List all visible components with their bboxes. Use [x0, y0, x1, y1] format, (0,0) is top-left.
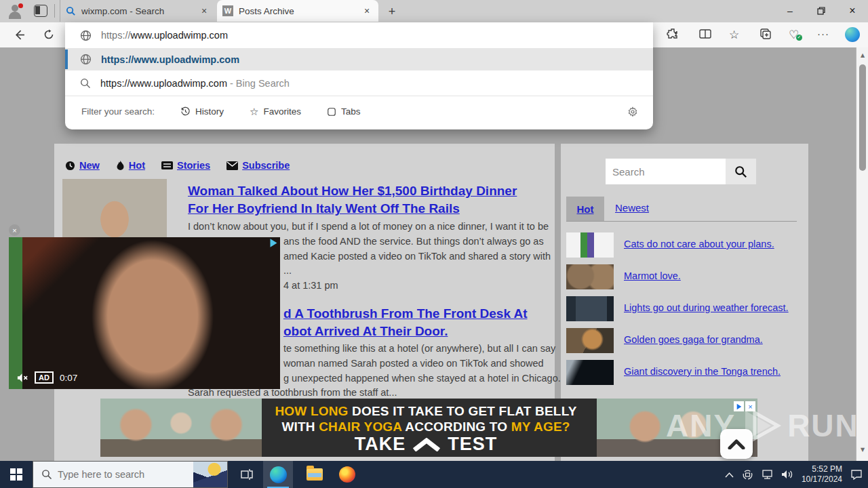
new-tab-button[interactable]: + — [382, 3, 401, 20]
sidebar-search-button[interactable] — [726, 159, 756, 184]
window-restore-button[interactable] — [806, 0, 837, 22]
sidebar-tab-hot[interactable]: Hot — [566, 197, 604, 221]
tab-close-icon[interactable]: × — [198, 5, 210, 17]
back-button[interactable] — [11, 26, 27, 43]
sidebar-item-thumbnail[interactable] — [566, 296, 614, 321]
nav-subscribe[interactable]: Subscribe — [226, 160, 290, 171]
action-center-icon[interactable] — [850, 469, 863, 480]
filter-label: Filter your search: — [81, 106, 155, 117]
tab-title: Posts Archive — [239, 6, 355, 16]
globe-icon — [80, 54, 92, 65]
windows-logo-icon — [10, 468, 22, 481]
history-icon — [180, 106, 191, 117]
taskbar-search-input[interactable] — [58, 469, 186, 480]
suggestion-selected[interactable]: https://www.uploadwimp.com — [65, 48, 653, 70]
favorites-icon[interactable]: ☆ — [729, 28, 739, 41]
muted-speaker-icon[interactable] — [17, 373, 28, 383]
firefox-icon — [339, 466, 355, 483]
scrollbar-thumb[interactable] — [859, 64, 866, 171]
page-scrollbar[interactable]: ▲ ▼ — [856, 47, 868, 461]
sidebar-item-link[interactable]: Lights go out during weather forecast. — [624, 302, 789, 313]
video-time: 0:07 — [60, 373, 77, 383]
window-close-button[interactable]: × — [837, 0, 868, 22]
sidebar-item-thumbnail[interactable] — [566, 360, 614, 385]
tab-title: wixmp.com - Search — [81, 6, 193, 16]
tray-app-icon[interactable] — [742, 470, 753, 480]
sidebar-tab-newest[interactable]: Newest — [615, 202, 649, 214]
collections-icon[interactable] — [759, 27, 772, 41]
nav-hot[interactable]: Hot — [116, 160, 145, 171]
profile-avatar-icon[interactable] — [7, 3, 23, 20]
address-bar-dropdown: https://www.uploadwimp.com https://www.u… — [65, 22, 653, 129]
search-icon — [80, 78, 91, 89]
sidebar-item-link[interactable]: Marmot love. — [624, 270, 681, 281]
envelope-icon — [226, 161, 238, 170]
search-settings-gear-icon[interactable] — [627, 106, 638, 119]
browser-essentials-icon[interactable]: ♡ ✓ — [789, 28, 799, 41]
tabs-icon — [327, 107, 336, 117]
task-view-button[interactable] — [233, 461, 260, 488]
start-button[interactable] — [0, 461, 33, 488]
search-highlight-image[interactable] — [193, 462, 227, 487]
tab-wixmp-search[interactable]: wixmp.com - Search × — [60, 0, 216, 22]
extensions-icon[interactable] — [666, 27, 679, 41]
ad-banner[interactable]: HOW LONG DOES IT TAKE TO GET FLAT BELLY … — [100, 399, 757, 457]
typed-url[interactable]: https://www.uploadwimp.com — [101, 30, 228, 41]
selection-accent-bar — [65, 49, 68, 69]
taskbar-explorer-button[interactable] — [301, 461, 328, 488]
ad-headline: HOW LONG DOES IT TAKE TO GET FLAT BELLY … — [263, 403, 589, 434]
address-bar[interactable]: https://www.uploadwimp.com — [65, 22, 653, 48]
chevron-up-icon — [412, 438, 441, 451]
scrollbar-up-arrow[interactable]: ▲ — [859, 52, 867, 60]
taskbar-clock[interactable]: 5:52 PM 10/17/2024 — [802, 464, 842, 485]
star-icon: ☆ — [250, 106, 258, 118]
bing-search-favicon — [66, 6, 76, 16]
window-minimize-button[interactable]: – — [774, 0, 806, 22]
system-tray: 5:52 PM 10/17/2024 — [725, 461, 868, 488]
site-nav: New Hot Stories Subscribe — [65, 160, 290, 171]
anyrun-watermark: ANY RUN — [666, 407, 859, 444]
sidebar-item-link[interactable]: Golden goes gaga for grandma. — [624, 334, 763, 345]
sidebar-search-input[interactable] — [606, 159, 726, 184]
tab-close-icon[interactable]: × — [361, 5, 373, 17]
divider — [54, 4, 55, 18]
nav-stories[interactable]: Stories — [161, 160, 210, 171]
edge-icon — [270, 466, 287, 483]
suggestion-text: https://www.uploadwimp.com - Bing Search — [100, 78, 290, 89]
adchoices-icon[interactable] — [269, 238, 279, 248]
nav-new[interactable]: New — [65, 160, 100, 171]
floating-video-ad[interactable]: AD 0:07 — [9, 237, 280, 389]
article1-headline[interactable]: Woman Talked About How Her $1,500 Birthd… — [188, 182, 517, 218]
taskbar-firefox-button[interactable] — [334, 461, 361, 488]
sidebar-item-thumbnail[interactable] — [566, 232, 614, 258]
filter-favorites[interactable]: ☆ Favorites — [250, 106, 301, 118]
anyrun-logo-icon — [740, 407, 783, 444]
network-icon[interactable] — [762, 470, 773, 479]
search-filter-row: Filter your search: History ☆ Favorites … — [65, 96, 653, 127]
taskbar: 5:52 PM 10/17/2024 — [0, 461, 868, 488]
sidebar-item-thumbnail[interactable] — [566, 328, 614, 353]
video-close-button[interactable]: × — [9, 224, 20, 236]
search-icon — [734, 165, 747, 178]
sidebar-item-link[interactable]: Giant discovery in the Tonga trench. — [624, 366, 781, 377]
taskbar-edge-button[interactable] — [263, 461, 293, 488]
notification-dot — [18, 3, 23, 8]
filter-history[interactable]: History — [180, 106, 224, 117]
sidebar-item-thumbnail[interactable] — [566, 264, 614, 289]
ad-badge: AD — [35, 371, 54, 384]
refresh-button[interactable] — [41, 26, 57, 43]
tab-actions-icon[interactable] — [34, 5, 47, 17]
settings-overflow-icon[interactable]: ··· — [817, 28, 829, 39]
copilot-icon[interactable] — [845, 27, 860, 42]
filter-tabs[interactable]: Tabs — [327, 106, 361, 117]
tab-posts-archive[interactable]: W Posts Archive × — [217, 0, 378, 22]
scrollbar-down-arrow[interactable]: ▼ — [859, 446, 867, 454]
ad-cta[interactable]: TAKE TEST — [263, 434, 589, 455]
suggestion-bing-search[interactable]: https://www.uploadwimp.com - Bing Search — [65, 70, 653, 96]
video-controls: AD 0:07 — [17, 371, 77, 384]
sidebar-item-link[interactable]: Cats do not care about your plans. — [624, 239, 774, 249]
taskbar-search-box[interactable] — [33, 461, 228, 488]
split-screen-icon[interactable] — [698, 27, 712, 41]
tray-expand-chevron-icon[interactable] — [725, 472, 734, 478]
volume-icon[interactable] — [781, 470, 793, 479]
